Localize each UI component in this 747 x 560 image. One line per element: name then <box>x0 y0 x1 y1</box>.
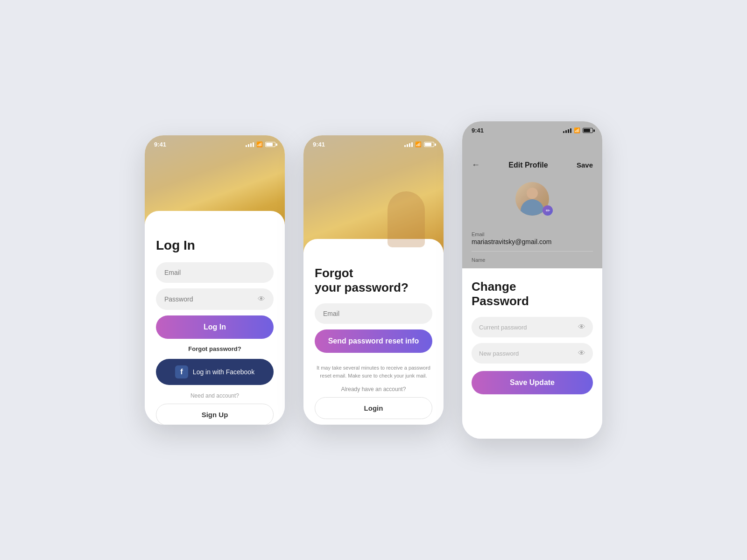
forgot-email-field[interactable] <box>315 303 432 324</box>
status-bar-2: 9:41 📶 <box>303 135 444 152</box>
status-bar-3: 9:41 📶 <box>462 121 602 138</box>
send-reset-button[interactable]: Send password reset info <box>315 329 432 353</box>
new-password-eye[interactable]: 👁 <box>578 349 585 357</box>
save-update-button[interactable]: Save Update <box>472 371 593 394</box>
login-title: Log In <box>156 238 274 253</box>
phone-edit-profile: 9:41 📶 ← Edit Profile Save <box>462 121 602 439</box>
change-password-title: Change Password <box>472 280 593 308</box>
login-content: Log In 👁 Log In Forgot password? f Log i… <box>145 229 285 425</box>
status-icons-2: 📶 <box>404 141 434 147</box>
back-button[interactable]: ← <box>472 160 480 170</box>
hero-image-2 <box>303 135 444 257</box>
status-bar-1: 9:41 📶 <box>145 135 285 152</box>
profile-section: ✏ <box>462 177 602 231</box>
need-account-text: Need and account? <box>156 392 274 399</box>
avatar-edit-button[interactable]: ✏ <box>543 205 553 216</box>
status-time-2: 9:41 <box>313 141 325 148</box>
already-account-text: Already have an account? <box>315 386 432 392</box>
avatar-head <box>527 188 538 199</box>
current-password-label: Current password <box>479 324 527 331</box>
password-field[interactable]: 👁 <box>156 288 274 310</box>
password-input[interactable] <box>164 295 258 303</box>
status-icons-3: 📶 <box>563 127 593 133</box>
reset-hint-text: It may take several minutes to receive a… <box>315 364 432 379</box>
signup-button[interactable]: Sign Up <box>156 404 274 425</box>
wifi-icon-2: 📶 <box>415 141 422 147</box>
avatar-body <box>521 199 544 216</box>
name-label: Name <box>472 257 593 263</box>
forgot-login-button[interactable]: Login <box>315 397 432 419</box>
phone-login: 9:41 📶 Log In <box>145 135 285 425</box>
email-field[interactable] <box>156 262 274 283</box>
battery-icon-3 <box>583 128 593 133</box>
screens-container: 9:41 📶 Log In <box>145 121 602 439</box>
new-password-field[interactable]: New password 👁 <box>472 343 593 364</box>
signal-icon-2 <box>404 142 413 147</box>
current-password-field[interactable]: Current password 👁 <box>472 317 593 337</box>
change-password-card: Change Password Current password 👁 New p… <box>462 268 602 439</box>
wifi-icon-3: 📶 <box>574 127 580 133</box>
status-icons-1: 📶 <box>246 141 275 147</box>
header-title: Edit Profile <box>508 161 548 169</box>
password-eye-icon[interactable]: 👁 <box>258 295 265 303</box>
facebook-login-button[interactable]: f Log in with Facebook <box>156 359 274 385</box>
edit-profile-header: ← Edit Profile Save <box>462 138 602 177</box>
phone-forgot-password: 9:41 📶 Forgot your password? <box>303 135 444 425</box>
status-time-1: 9:41 <box>154 141 166 148</box>
facebook-button-label: Log in with Facebook <box>193 368 254 376</box>
forgot-email-input[interactable] <box>323 310 424 317</box>
email-value: mariastravitsky@gmail.com <box>472 238 593 252</box>
email-label: Email <box>472 231 593 237</box>
battery-icon-2 <box>424 142 434 147</box>
status-time-3: 9:41 <box>472 127 484 134</box>
avatar-wrap: ✏ <box>472 182 593 216</box>
email-input[interactable] <box>164 269 265 276</box>
signal-icon <box>246 142 254 147</box>
login-button[interactable]: Log In <box>156 315 274 339</box>
save-header-button[interactable]: Save <box>577 161 593 169</box>
signal-icon-3 <box>563 128 571 133</box>
facebook-icon: f <box>175 365 188 378</box>
forgot-title: Forgot your password? <box>315 266 432 295</box>
name-section: Name <box>462 257 602 268</box>
forgot-link[interactable]: Forgot password? <box>156 345 274 352</box>
forgot-content: Forgot your password? Send password rese… <box>303 257 444 425</box>
new-password-label: New password <box>479 350 519 357</box>
current-password-eye[interactable]: 👁 <box>578 323 585 331</box>
email-section: Email mariastravitsky@gmail.com <box>462 231 602 257</box>
person-silhouette <box>388 191 425 247</box>
battery-icon <box>265 142 275 147</box>
wifi-icon: 📶 <box>256 141 263 147</box>
